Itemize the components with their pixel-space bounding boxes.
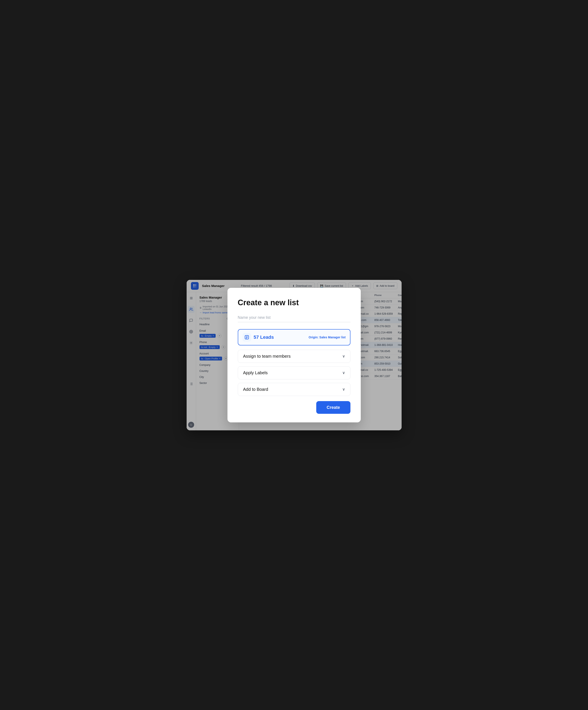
add-to-board-label: Add to Board [243, 387, 268, 392]
leads-origin-card: 57 Leads Origin: Sales Manager list [238, 329, 350, 346]
apply-labels-section[interactable]: Apply Labels ∨ [238, 366, 350, 379]
create-button[interactable]: Create [316, 401, 350, 414]
origin-prefix: Origin: [309, 335, 319, 339]
list-name-input[interactable] [238, 313, 350, 322]
origin-list-name: Sales Manager [319, 335, 340, 339]
leads-count: 57 Leads [254, 334, 274, 340]
assign-chevron-icon: ∨ [342, 354, 345, 358]
leads-list-icon [242, 333, 251, 341]
modal-title: Create a new list [238, 298, 350, 307]
apply-labels-label: Apply Labels [243, 370, 268, 375]
origin-suffix: list [341, 335, 346, 339]
app-container: Sales Manager Filtered result 456 / 1798… [187, 280, 402, 430]
add-to-board-chevron-icon: ∨ [342, 387, 345, 392]
assign-label: Assign to team members [243, 354, 291, 359]
create-list-modal: Create a new list 57 Leads [228, 288, 361, 422]
modal-overlay: Create a new list 57 Leads [187, 280, 402, 430]
apply-labels-chevron-icon: ∨ [342, 370, 345, 375]
add-to-board-section[interactable]: Add to Board ∨ [238, 383, 350, 396]
leads-card-left: 57 Leads [242, 333, 274, 341]
leads-origin: Origin: Sales Manager list [309, 335, 346, 339]
assign-section[interactable]: Assign to team members ∨ [238, 350, 350, 363]
